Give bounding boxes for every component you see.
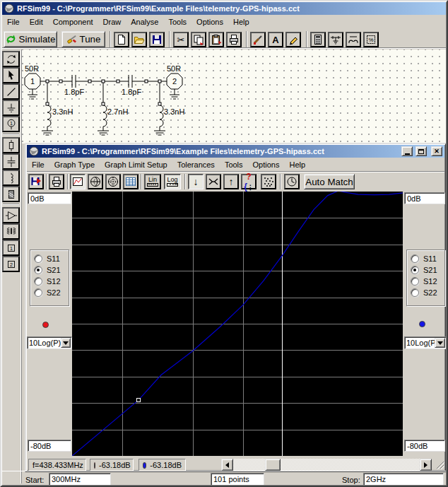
coupler-button[interactable] [346,32,361,47]
select-tool-button[interactable] [2,67,20,83]
graph-titlebar[interactable]: RFSim99 - C:\Programmer\RFSim99\Example … [27,145,444,158]
scrollbar-thumb[interactable] [265,459,281,471]
graph-menu-tolerances[interactable]: Tolerances [172,159,220,170]
l2-value-label: 2.7nH [107,107,128,116]
main-titlebar[interactable]: RFSim99 - C:\Programmer\RFSim99\Example … [2,2,446,15]
right-top-limit-field[interactable] [404,192,445,204]
dropdown-button[interactable] [435,338,445,348]
one-port-tool-button[interactable]: 1 [2,240,20,256]
graph-menu-graph-type[interactable]: Graph Type [49,159,100,170]
port2-impedance-label: 50R [167,64,181,73]
log-scale-button[interactable]: Log [164,174,181,189]
graph-menu-help[interactable]: Help [284,159,310,170]
open-button[interactable] [131,32,147,47]
graph-menu-tools[interactable]: Tools [220,159,248,170]
right-format-dropdown[interactable]: 10Log(P) [404,336,447,349]
left-format-dropdown[interactable]: 10Log(P) [27,336,72,349]
markers-together-button[interactable] [206,174,221,189]
scrollbar-left-button[interactable] [221,459,233,471]
export-data-button[interactable] [28,174,44,189]
left-top-limit-field[interactable] [28,192,71,204]
menu-draw[interactable]: Draw [98,16,126,28]
attenuator-button[interactable] [328,32,343,47]
tolerance-analysis-button[interactable] [261,174,276,189]
graph-menu-file[interactable]: File [27,159,49,170]
main-window-title: RFSim99 - C:\Programmer\RFSim99\Example … [17,4,300,13]
left-s22-option[interactable]: S22 [34,288,61,297]
sweep-bar: Start: Stop: [0,471,448,487]
svg-text:1: 1 [10,119,13,126]
copy-button[interactable] [191,32,206,47]
menu-options[interactable]: Options [191,16,228,28]
right-s22-option[interactable]: S22 [411,288,437,297]
close-button[interactable]: ✕ [431,146,442,156]
resize-grip-icon[interactable] [435,459,444,471]
draw-line-button[interactable] [285,32,301,47]
left-s12-option[interactable]: S12 [34,277,61,286]
wire-tool-button[interactable] [2,83,20,100]
svg-text:%: % [368,37,373,43]
points-field[interactable] [211,473,264,486]
graph-print-button[interactable] [49,174,64,189]
menu-file[interactable]: File [2,16,25,28]
marker-query-button[interactable]: ?{⋮ [241,174,257,189]
menu-component[interactable]: Component [48,16,98,28]
schematic-drawing: 50R 50R 1 2 1.8pF 1.8pF 3.3nH 2.7nH 3.3n… [22,49,446,143]
print-button[interactable] [226,32,242,47]
left-s11-option[interactable]: S11 [34,254,60,263]
menu-help[interactable]: Help [228,16,254,28]
cut-button[interactable]: ✂ [173,32,189,47]
dropdown-button[interactable] [61,338,71,348]
smith-chart-button[interactable] [88,174,103,189]
ground-tool-button[interactable] [2,100,20,116]
left-bottom-limit-field[interactable] [28,440,71,452]
marker-up-button[interactable]: ↑ [223,174,239,189]
s-parameter-plot[interactable] [72,192,403,456]
right-s11-label: S11 [423,254,437,263]
two-port-tool-button[interactable]: 2 [2,256,20,272]
port-tool-button[interactable]: 1 [2,116,20,132]
calculator-button[interactable] [310,32,326,47]
menu-tools[interactable]: Tools [163,16,191,28]
right-s11-option[interactable]: S11 [411,254,437,263]
right-s21-option[interactable]: S21 [411,266,437,274]
scrollbar-right-button[interactable] [420,459,432,471]
menu-edit[interactable]: Edit [25,16,48,28]
new-button[interactable] [114,32,129,47]
auto-match-button[interactable]: Auto Match [304,174,355,189]
linear-scale-button[interactable]: Lin [144,174,161,189]
rotate-tool-button[interactable] [2,51,20,67]
maximize-button[interactable] [415,146,427,156]
dither-noise-icon [263,176,274,187]
right-s12-option[interactable]: S12 [411,277,437,286]
text-a-icon: A [272,35,278,45]
stop-frequency-field[interactable] [363,473,444,486]
crystal-tool-button[interactable] [2,186,20,202]
schematic-area[interactable]: 50R 50R 1 2 1.8pF 1.8pF 3.3nH 2.7nH 3.3n… [22,49,447,143]
start-frequency-field[interactable] [49,473,111,486]
marker-down-button[interactable]: ↓ [188,174,204,189]
minimize-button[interactable] [401,146,413,156]
inductor-tool-button[interactable] [2,170,20,186]
paste-button[interactable] [208,32,224,47]
resistor-tool-button[interactable] [2,137,20,153]
graph-menu-options[interactable]: Options [248,159,285,170]
rectangular-graph-button[interactable] [70,174,86,189]
amplifier-tool-button[interactable] [2,207,20,223]
graph-menu-graph-limit-setup[interactable]: Graph Limit Setup [100,159,172,170]
sweep-timer-button[interactable] [284,174,300,189]
table-view-button[interactable] [123,174,138,189]
polar-chart-button[interactable] [105,174,121,189]
right-bottom-limit-field[interactable] [404,440,445,452]
s-parameter-block-button[interactable]: % [363,32,379,47]
transformer-tool-button[interactable] [2,223,20,240]
save-button[interactable] [149,32,165,47]
left-s21-option[interactable]: S21 [34,266,61,274]
tune-button[interactable]: Tune [61,31,105,47]
text-button[interactable]: A [268,32,283,47]
erase-button[interactable] [250,32,266,47]
menu-analyse[interactable]: Analyse [126,16,163,28]
marker-scrollbar[interactable] [221,459,432,471]
capacitor-tool-button[interactable] [2,153,20,170]
simulate-button[interactable]: Simulate [4,31,57,47]
